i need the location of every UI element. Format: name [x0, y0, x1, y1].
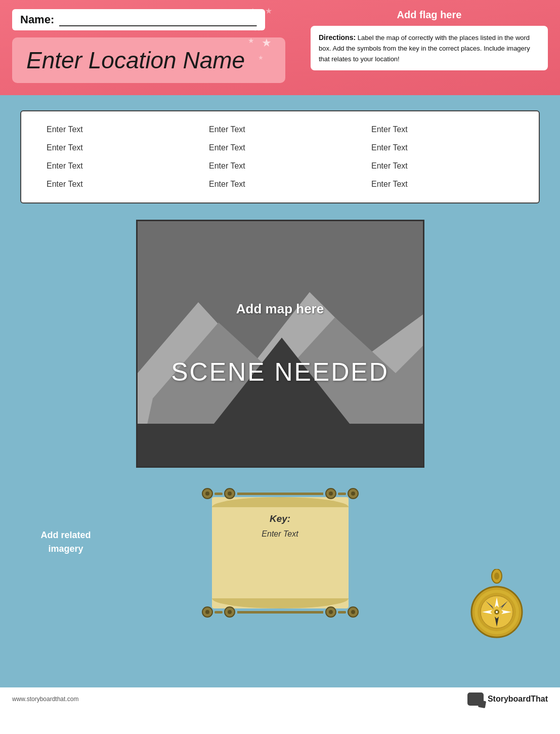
add-map-label: Add map here [236, 301, 324, 317]
word-cell: Enter Text [36, 123, 199, 137]
scroll-top-rod [202, 488, 359, 499]
scene-needed-label: SCENE NEEDED [171, 357, 389, 387]
footer: www.storyboardthat.com StoryboardThat [0, 687, 560, 711]
compass-icon [464, 569, 530, 640]
compass [464, 569, 530, 640]
name-label: Name: [20, 13, 54, 26]
word-cell: Enter Text [36, 159, 199, 173]
word-cell: Enter Text [199, 141, 361, 155]
name-row: Name: [12, 9, 265, 30]
right-knob-top [325, 488, 359, 499]
footer-brand: StoryboardThat [467, 692, 548, 706]
word-box: Enter Text Enter Text Enter Text Enter T… [20, 110, 540, 203]
scroll-bottom-rod [202, 606, 359, 618]
word-cell: Enter Text [361, 159, 524, 173]
bottom-section: Add related imagery [20, 488, 540, 640]
footer-url: www.storyboardthat.com [12, 696, 78, 703]
brand-icon [467, 692, 484, 706]
location-title: Enter Location Name [26, 47, 245, 73]
svg-point-18 [496, 611, 498, 613]
left-knob-top [202, 488, 235, 499]
main-content: Enter Text Enter Text Enter Text Enter T… [0, 95, 560, 687]
word-cell: Enter Text [199, 177, 361, 191]
brand-name: StoryboardThat [488, 695, 548, 704]
word-cell: Enter Text [36, 177, 199, 191]
svg-point-6 [494, 573, 499, 580]
word-cell: Enter Text [361, 177, 524, 191]
location-title-box: Enter Location Name [12, 37, 285, 83]
word-cell: Enter Text [36, 141, 199, 155]
directions-label: Directions: [319, 33, 356, 42]
name-underline [59, 13, 257, 26]
word-grid: Enter Text Enter Text Enter Text Enter T… [36, 123, 524, 191]
map-labels: Add map here SCENE NEEDED [138, 221, 423, 466]
word-cell: Enter Text [199, 159, 361, 173]
flag-label: Add flag here [311, 9, 548, 21]
add-imagery-label: Add related imagery [30, 528, 101, 556]
left-knob-bottom [202, 606, 235, 618]
key-label: Key: [262, 513, 298, 524]
scroll-content: Key: Enter Text [262, 511, 298, 539]
scroll-body: Key: Enter Text [212, 497, 349, 608]
scroll-widget: Key: Enter Text [202, 488, 359, 618]
key-enter-text: Enter Text [262, 529, 298, 539]
map-container: Add map here SCENE NEEDED [136, 220, 424, 468]
header-right: Add flag here Directions: Label the map … [295, 9, 548, 70]
right-knob-bottom [325, 606, 359, 618]
word-cell: Enter Text [361, 141, 524, 155]
word-cell: Enter Text [199, 123, 361, 137]
word-cell: Enter Text [361, 123, 524, 137]
directions-box: Directions: Label the map of correctly w… [311, 26, 548, 70]
